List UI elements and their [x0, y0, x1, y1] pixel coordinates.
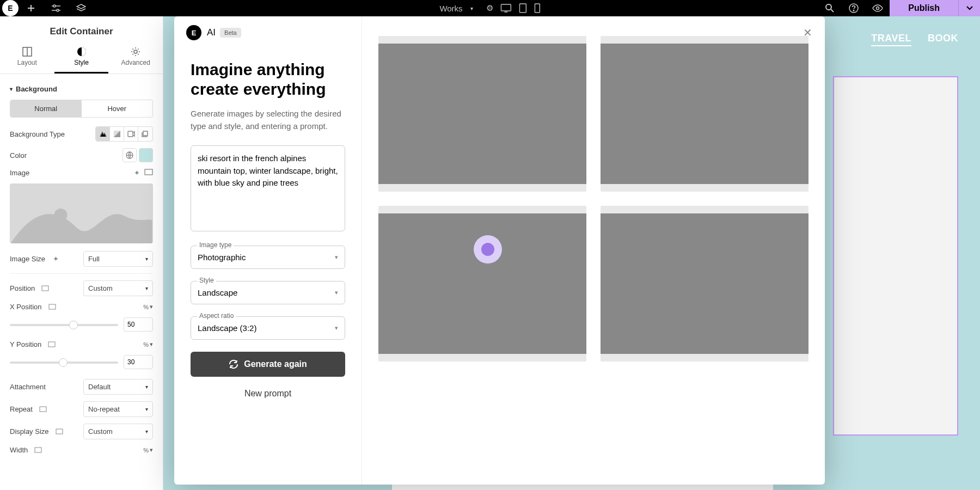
ypos-label: Y Position [10, 340, 56, 348]
bg-type-video-icon[interactable] [124, 127, 138, 141]
selected-container[interactable] [833, 76, 958, 436]
result-thumb-3[interactable] [378, 206, 586, 362]
ai-headline: Imagine anything create everything [191, 60, 345, 99]
xpos-input[interactable] [124, 317, 153, 332]
gear-icon[interactable]: ⚙ [486, 3, 493, 13]
ai-brand: AI [207, 27, 216, 38]
bg-type-label: Background Type [10, 130, 65, 138]
ai-prompt-panel: Imagine anything create everything Gener… [174, 16, 362, 485]
style-icon [77, 47, 87, 57]
style-select[interactable]: Landscape▾ [191, 281, 345, 304]
tab-advanced[interactable]: Advanced [108, 42, 163, 74]
global-color-icon[interactable] [122, 148, 137, 162]
bg-type-group [95, 126, 153, 142]
bg-type-slideshow-icon[interactable] [138, 127, 152, 141]
svg-rect-2 [501, 4, 511, 11]
search-icon[interactable] [818, 0, 842, 16]
help-icon[interactable] [842, 0, 866, 16]
ypos-unit[interactable]: % ▾ [143, 341, 153, 348]
xpos-unit[interactable]: % ▾ [143, 303, 153, 310]
image-preview[interactable] [10, 183, 153, 243]
svg-point-1 [57, 9, 59, 11]
publish-button[interactable]: Publish [890, 0, 958, 16]
display-size-select[interactable]: Custom▾ [83, 424, 153, 439]
color-swatch[interactable] [139, 148, 153, 162]
svg-point-7 [854, 10, 854, 11]
repeat-select[interactable]: No-repeat▾ [83, 401, 153, 417]
svg-rect-21 [48, 342, 55, 347]
result-thumb-2[interactable] [601, 36, 808, 192]
layout-icon [22, 47, 32, 57]
generate-button[interactable]: Generate again [191, 352, 345, 377]
tablet-device-icon[interactable] [519, 3, 527, 13]
panel-tabs: Layout Style Advanced [0, 42, 163, 74]
aspect-label: Aspect ratio [197, 312, 345, 320]
tour-highlight-indicator [474, 235, 502, 264]
ai-icon[interactable]: ✦ [134, 169, 140, 177]
ai-subtext: Generate images by selecting the desired… [191, 108, 345, 132]
image-size-select[interactable]: Full▾ [83, 251, 153, 267]
svg-point-0 [53, 5, 56, 7]
width-unit[interactable]: % ▾ [143, 446, 153, 454]
app-topbar: E Works ▾ ⚙ Publish [0, 0, 980, 16]
svg-rect-20 [49, 304, 56, 309]
svg-rect-23 [56, 429, 63, 434]
color-label: Color [10, 151, 27, 160]
position-select[interactable]: Custom▾ [83, 280, 153, 296]
generated-image [378, 44, 586, 184]
state-normal[interactable]: Normal [10, 100, 82, 117]
ypos-input[interactable] [124, 355, 153, 369]
bg-type-classic-icon[interactable] [96, 127, 110, 141]
image-type-select[interactable]: Photographic▾ [191, 246, 345, 269]
nav-book[interactable]: BOOK [928, 33, 958, 46]
panel-title: Edit Container [0, 16, 163, 42]
ai-sparkle-icon[interactable]: ✦ [53, 255, 59, 263]
publish-dropdown[interactable] [958, 0, 980, 16]
svg-rect-13 [128, 131, 133, 137]
elementor-logo[interactable]: E [2, 0, 19, 16]
responsive-icon[interactable] [41, 285, 49, 292]
state-toggle: Normal Hover [10, 100, 153, 118]
result-thumb-4[interactable] [601, 206, 808, 362]
preview-eye-icon[interactable] [866, 0, 890, 16]
xpos-slider[interactable] [10, 324, 118, 326]
aspect-select[interactable]: Landscape (3:2)▾ [191, 316, 345, 340]
page-dropdown-icon[interactable]: ▾ [470, 5, 473, 11]
attachment-select[interactable]: Default▾ [83, 379, 153, 395]
elementor-logo-small: E [186, 25, 201, 40]
bg-type-gradient-icon[interactable] [110, 127, 124, 141]
image-type-label: Image type [197, 241, 345, 249]
result-thumb-1[interactable] [378, 36, 586, 192]
add-icon[interactable] [19, 0, 44, 16]
dynamic-icon[interactable] [144, 169, 153, 177]
section-background[interactable]: ▾Background [10, 85, 153, 93]
svg-point-5 [826, 4, 831, 10]
settings-sliders-icon[interactable] [44, 0, 69, 16]
svg-rect-19 [42, 286, 48, 291]
svg-point-11 [134, 50, 137, 53]
nav-travel[interactable]: TRAVEL [871, 33, 911, 46]
chevron-down-icon: ▾ [335, 254, 338, 261]
editor-panel: Edit Container Layout Style Advanced ▾Ba… [0, 16, 163, 490]
prompt-input[interactable]: ski resort in the french alpines mountai… [191, 145, 345, 231]
generated-image [601, 213, 808, 354]
svg-point-18 [54, 209, 68, 222]
close-icon[interactable]: ✕ [800, 25, 815, 40]
tab-layout[interactable]: Layout [0, 42, 54, 74]
tab-style[interactable]: Style [54, 42, 109, 74]
layers-icon[interactable] [69, 0, 94, 16]
placeholder-mountain-icon [10, 183, 153, 243]
ypos-slider[interactable] [10, 362, 118, 364]
svg-rect-4 [535, 4, 540, 13]
generated-image [601, 44, 808, 184]
state-hover[interactable]: Hover [82, 100, 153, 117]
gear-icon [131, 47, 140, 57]
svg-rect-22 [40, 407, 46, 412]
page-name[interactable]: Works [439, 4, 462, 13]
refresh-icon [229, 359, 238, 369]
mobile-device-icon[interactable] [535, 3, 541, 13]
svg-rect-16 [145, 169, 152, 175]
svg-point-8 [877, 7, 879, 10]
desktop-device-icon[interactable] [501, 4, 512, 13]
new-prompt-button[interactable]: New prompt [191, 380, 345, 407]
